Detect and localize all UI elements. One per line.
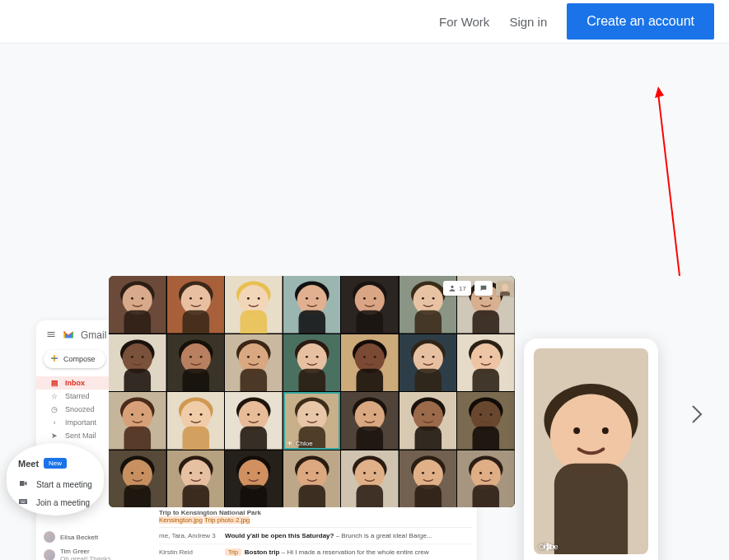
video-tile[interactable] [341, 276, 399, 334]
svg-point-108 [247, 413, 250, 416]
video-tile[interactable] [283, 276, 341, 334]
video-tile[interactable] [225, 392, 283, 450]
svg-point-58 [180, 343, 210, 373]
video-tile[interactable] [457, 450, 515, 508]
hangout-contact[interactable]: Elisa Beckett [44, 529, 129, 545]
svg-point-181 [550, 394, 632, 475]
carousel-next-button[interactable] [691, 404, 704, 427]
video-camera-icon [18, 478, 28, 490]
video-tile[interactable] [109, 392, 166, 450]
video-tile[interactable] [341, 334, 399, 392]
svg-point-97 [142, 413, 144, 416]
svg-point-31 [315, 297, 318, 300]
svg-rect-47 [473, 310, 500, 334]
folder-label: Important [65, 418, 96, 427]
svg-point-127 [432, 413, 435, 416]
for-work-link[interactable]: For Work [439, 15, 489, 29]
svg-point-145 [199, 471, 202, 474]
svg-rect-119 [357, 427, 384, 450]
video-tile[interactable] [341, 450, 399, 508]
participant-count-chip[interactable]: 17 [443, 281, 471, 296]
meet-bubble: Meet New Start a meeting Join a meeting [7, 443, 104, 516]
start-meeting-row[interactable]: Start a meeting [18, 475, 96, 493]
keyboard-icon [18, 497, 28, 508]
svg-rect-107 [241, 427, 268, 450]
video-grid: Chloe [109, 276, 515, 507]
svg-point-76 [355, 343, 385, 373]
video-tile[interactable] [167, 334, 225, 392]
video-tile[interactable] [109, 276, 166, 334]
svg-rect-5 [24, 501, 25, 502]
svg-point-64 [239, 343, 269, 373]
video-tile[interactable] [109, 450, 166, 508]
email-row[interactable]: Kirstin ReidTripBoston trip – Hi I made … [159, 544, 472, 560]
svg-rect-71 [298, 368, 325, 391]
hangout-contact[interactable]: Tim GreerOh great! Thanks [44, 545, 129, 560]
video-tile[interactable] [400, 450, 457, 508]
svg-point-169 [432, 471, 435, 474]
svg-rect-41 [414, 310, 442, 334]
svg-rect-167 [414, 484, 442, 507]
video-tile[interactable] [109, 334, 166, 392]
participant-count: 17 [459, 285, 466, 292]
video-tile[interactable] [283, 450, 341, 508]
svg-line-0 [658, 93, 680, 276]
sign-in-link[interactable]: Sign in [509, 15, 547, 29]
video-tile[interactable] [225, 276, 283, 334]
svg-rect-17 [182, 310, 209, 334]
meet-title: Meet [18, 459, 39, 469]
svg-point-13 [142, 297, 144, 300]
svg-rect-35 [357, 310, 384, 334]
svg-rect-11 [124, 310, 152, 334]
attachment-chip: Trip photo 2.jpg [204, 516, 250, 524]
people-icon [448, 284, 456, 292]
gmail-message-list: Trip to Kensington National Park Kensing… [159, 506, 472, 560]
svg-rect-3 [21, 501, 21, 502]
video-tile[interactable] [167, 450, 225, 508]
video-tile[interactable] [457, 334, 515, 392]
svg-rect-178 [500, 292, 510, 296]
video-tile[interactable] [400, 334, 457, 392]
annotation-arrow [655, 86, 688, 284]
svg-rect-149 [241, 484, 268, 507]
video-tile[interactable] [225, 334, 283, 392]
svg-point-144 [189, 471, 192, 474]
email-sender: me, Tara, Andrew 3 [159, 532, 217, 539]
svg-point-52 [123, 343, 152, 373]
svg-point-183 [573, 427, 580, 434]
video-tile[interactable] [225, 450, 283, 508]
svg-point-157 [315, 471, 318, 474]
contact-name: Tim Greer [60, 548, 111, 555]
video-tile[interactable] [283, 334, 341, 392]
video-tile[interactable] [167, 276, 225, 334]
speaking-icon [534, 539, 563, 554]
self-thumbnail[interactable] [496, 281, 514, 296]
svg-point-16 [180, 285, 210, 315]
svg-point-90 [479, 355, 482, 357]
svg-point-184 [602, 427, 609, 434]
svg-rect-125 [414, 427, 442, 450]
email-sender: Kirstin Reid [159, 548, 217, 556]
join-meeting-row[interactable]: Join a meeting [18, 493, 96, 511]
email-row[interactable]: me, Tara, Andrew 3Would y'all be open th… [159, 528, 472, 544]
svg-point-163 [374, 471, 376, 474]
svg-point-67 [258, 355, 260, 357]
menu-icon [46, 328, 56, 343]
video-tile[interactable]: Chloe [283, 392, 341, 450]
compose-button[interactable]: Compose [44, 350, 105, 368]
svg-point-133 [490, 413, 493, 416]
svg-point-60 [189, 355, 192, 357]
svg-point-162 [363, 471, 366, 474]
gmail-hangouts: Elisa BeckettTim GreerOh great! Thanks👤💬… [44, 529, 129, 560]
send-icon: ➤ [50, 432, 58, 440]
svg-rect-2 [19, 499, 27, 504]
chat-chip[interactable] [474, 281, 493, 296]
phone-main-video: Chloe [534, 348, 648, 554]
svg-point-94 [123, 401, 152, 431]
video-tile[interactable] [400, 392, 457, 450]
video-tile[interactable] [167, 392, 225, 450]
create-account-button[interactable]: Create an account [567, 3, 714, 40]
video-tile[interactable] [457, 392, 515, 450]
svg-point-73 [315, 355, 318, 357]
video-tile[interactable] [341, 392, 399, 450]
